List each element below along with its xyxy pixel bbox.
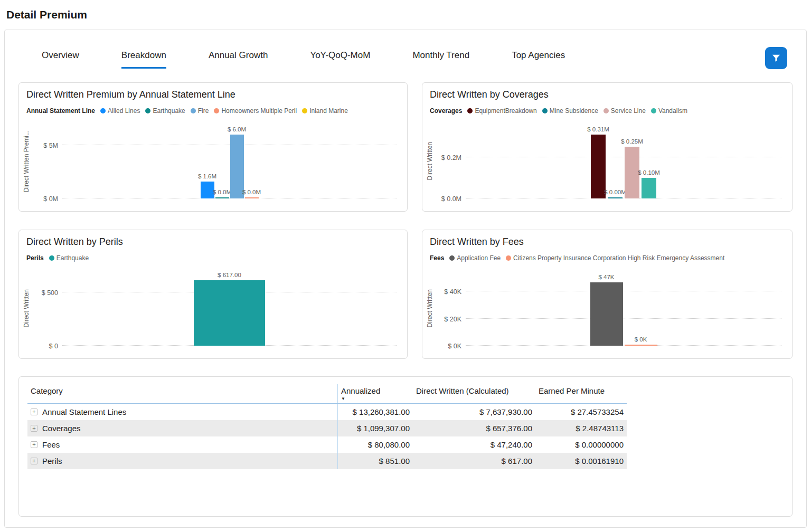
- legend-item-service-line[interactable]: Service Line: [603, 107, 646, 115]
- plot-area: $ 0.2M$ 0.0M$ 0.31M$ 0.00M$ 0.25M$ 0.10M: [466, 124, 781, 198]
- tab-yoy-qoq-mom[interactable]: YoY-QoQ-MoM: [310, 50, 370, 69]
- bar-earthquake[interactable]: [194, 280, 265, 346]
- legend-items: Allied LinesEarthquakeFireHomeowners Mul…: [100, 107, 348, 115]
- gridline: [466, 345, 781, 346]
- legend-item-fire[interactable]: Fire: [191, 107, 209, 115]
- legend-item-earthquake[interactable]: Earthquake: [49, 254, 89, 262]
- tab-overview[interactable]: Overview: [42, 50, 79, 69]
- legend-item-earthquake[interactable]: Earthquake: [145, 107, 185, 115]
- table-row-coverages[interactable]: +Coverages$ 1,099,307.00$ 657,376.00$ 2.…: [27, 420, 627, 436]
- report-container: OverviewBreakdownAnnual GrowthYoY-QoQ-Mo…: [4, 30, 807, 528]
- legend-item-mine-subsidence[interactable]: Mine Subsidence: [542, 107, 598, 115]
- tab-top-agencies[interactable]: Top Agencies: [512, 50, 565, 69]
- bar-value-label: $ 0.0M: [213, 189, 231, 195]
- bar-service-line[interactable]: [625, 147, 639, 198]
- legend-label: Fire: [198, 107, 209, 115]
- table-row-fees[interactable]: +Fees$ 80,080.00$ 47,240.00$ 0.00000000: [27, 436, 627, 453]
- category-label: Perils: [42, 457, 62, 466]
- chart-legend: Perils Earthquake: [26, 254, 400, 262]
- expand-icon[interactable]: +: [31, 408, 37, 415]
- bar-homeowners-multiple-peril[interactable]: [245, 197, 259, 198]
- plot-area: $ 40K$ 20K$ 0K$ 47K$ 0K: [466, 271, 781, 346]
- bar-value-label: $ 0.0M: [242, 189, 261, 195]
- legend-label: EquipmentBreakdown: [475, 107, 536, 115]
- column-header-label: Earned Per Minute: [539, 386, 624, 395]
- bar-equipmentbreakdown[interactable]: [591, 135, 606, 198]
- column-header-category[interactable]: Category: [27, 384, 337, 403]
- y-tick-label: $ 5M: [29, 142, 58, 149]
- bar-application-fee[interactable]: [590, 282, 623, 346]
- legend-title: Perils: [26, 254, 44, 262]
- y-tick-label: $ 0.2M: [432, 154, 461, 162]
- filter-button[interactable]: [765, 47, 787, 69]
- legend-label: Citizens Property Insurance Corporation …: [513, 254, 724, 262]
- earned-per-minute-value: $ 2.48743113: [535, 420, 627, 436]
- earned-per-minute-value: $ 0.00000000: [535, 436, 627, 453]
- expand-icon[interactable]: +: [31, 441, 37, 448]
- tab-monthly-trend[interactable]: Monthly Trend: [412, 50, 469, 69]
- legend-label: Earthquake: [153, 107, 185, 115]
- column-header-direct-written-calculated[interactable]: Direct Written (Calculated): [413, 384, 535, 403]
- bar-citizens-property-insurance-corporation-high-ris[interactable]: [625, 345, 657, 346]
- legend-dot-icon: [542, 108, 548, 113]
- expand-icon[interactable]: +: [31, 425, 37, 432]
- gridline: [466, 198, 781, 198]
- legend-items: Earthquake: [49, 254, 89, 262]
- bar-value-label: $ 0.10M: [638, 169, 660, 176]
- bar-value-label: $ 0.25M: [621, 138, 643, 145]
- legend-dot-icon: [191, 108, 196, 113]
- legend-item-citizens-property-insurance-corporation-high-ris[interactable]: Citizens Property Insurance Corporation …: [506, 254, 724, 262]
- legend-title: Fees: [430, 254, 444, 262]
- column-header-annualized[interactable]: Annualized▼: [337, 384, 413, 403]
- matrix-header-row: CategoryAnnualized▼Direct Written (Calcu…: [27, 384, 627, 404]
- gridline: [466, 157, 781, 157]
- table-row-perils[interactable]: +Perils$ 851.00$ 617.00$ 0.00161910: [27, 453, 627, 469]
- expand-icon[interactable]: +: [31, 458, 37, 464]
- legend-dot-icon: [506, 255, 511, 261]
- direct-written-value: $ 617.00: [413, 453, 535, 469]
- tab-annual-growth[interactable]: Annual Growth: [209, 50, 268, 69]
- legend-title: Annual Statement Line: [26, 107, 95, 115]
- bar-fire[interactable]: [230, 135, 244, 198]
- charts-grid: Direct Written Premium by Annual Stateme…: [18, 82, 793, 359]
- bar-earthquake[interactable]: [215, 197, 229, 198]
- legend-dot-icon: [145, 108, 150, 113]
- legend-item-inland-marine[interactable]: Inland Marine: [302, 107, 348, 115]
- earned-per-minute-value: $ 27.45733254: [535, 404, 627, 420]
- bar-value-label: $ 0.00M: [604, 189, 626, 195]
- table-row-annual-statement-lines[interactable]: +Annual Statement Lines$ 13,260,381.00$ …: [27, 404, 627, 420]
- y-tick-label: $ 500: [29, 289, 58, 297]
- bar-vandalism[interactable]: [642, 178, 656, 198]
- annualized-value: $ 13,260,381.00: [337, 404, 413, 420]
- legend-item-application-fee[interactable]: Application Fee: [449, 254, 501, 262]
- legend-dot-icon: [49, 255, 54, 261]
- earned-per-minute-value: $ 0.00161910: [535, 453, 627, 469]
- category-label: Coverages: [42, 424, 81, 433]
- gridline: [62, 145, 397, 145]
- legend-item-vandalism[interactable]: Vandalism: [651, 107, 687, 115]
- chart-legend: Annual Statement Line Allied LinesEarthq…: [26, 107, 400, 115]
- column-header-earned-per-minute[interactable]: Earned Per Minute: [535, 384, 627, 403]
- direct-written-value: $ 47,240.00: [413, 436, 535, 453]
- legend-item-allied-lines[interactable]: Allied Lines: [100, 107, 140, 115]
- bar-value-label: $ 0.31M: [587, 126, 609, 132]
- bar-mine-subsidence[interactable]: [608, 197, 623, 198]
- chart-card-coverages: Direct Written by Coverages Coverages Eq…: [422, 82, 793, 212]
- legend-item-homeowners-multiple-peril[interactable]: Homeowners Multiple Peril: [214, 107, 297, 115]
- matrix-body: +Annual Statement Lines$ 13,260,381.00$ …: [27, 404, 627, 469]
- chart-legend: Fees Application FeeCitizens Property In…: [430, 254, 785, 262]
- y-tick-label: $ 0.0M: [432, 195, 461, 203]
- chart-title: Direct Written by Coverages: [430, 89, 785, 100]
- y-tick-label: $ 0: [29, 343, 58, 350]
- bar-allied-lines[interactable]: [201, 182, 214, 198]
- legend-dot-icon: [449, 255, 455, 261]
- bar-value-label: $ 0K: [635, 336, 647, 343]
- plot-area: $ 500$ 0$ 617.00: [62, 271, 397, 346]
- chart-legend: Coverages EquipmentBreakdownMine Subside…: [430, 107, 785, 115]
- tab-breakdown[interactable]: Breakdown: [121, 50, 166, 69]
- legend-label: Allied Lines: [108, 107, 140, 115]
- legend-item-equipmentbreakdown[interactable]: EquipmentBreakdown: [467, 107, 536, 115]
- legend-label: Inland Marine: [309, 107, 348, 115]
- chart-card-perils: Direct Written by Perils Perils Earthqua…: [18, 230, 408, 359]
- y-axis-title: Direct Written: [22, 271, 31, 346]
